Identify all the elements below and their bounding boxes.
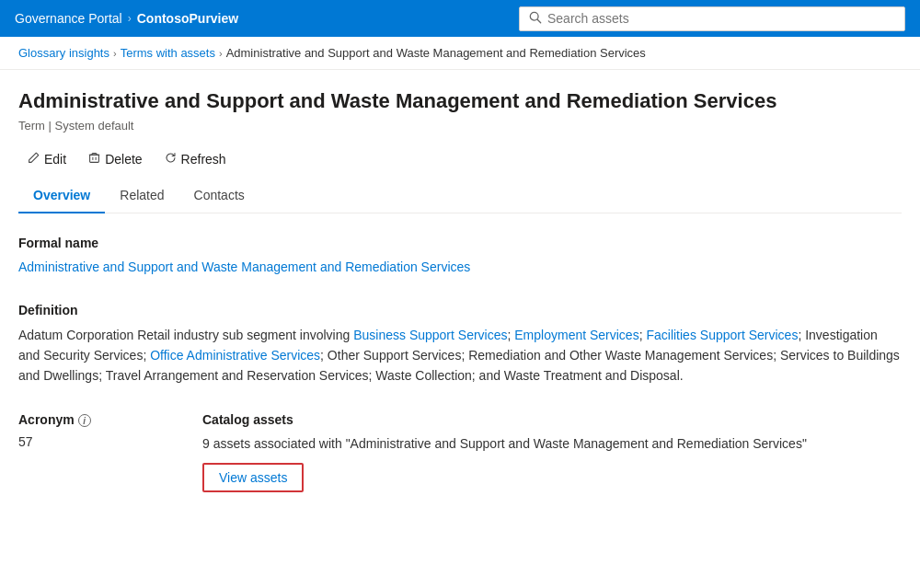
breadcrumb-current: Administrative and Support and Waste Man… — [226, 46, 646, 60]
two-col-section: Acronymi 57 Catalog assets 9 assets asso… — [18, 412, 902, 492]
breadcrumb-sep-1: › — [113, 48, 117, 59]
definition-label: Definition — [18, 303, 902, 317]
page-title: Administrative and Support and Waste Man… — [18, 88, 902, 115]
formal-name-value: Administrative and Support and Waste Man… — [18, 258, 902, 277]
search-bar[interactable] — [519, 6, 905, 31]
refresh-label: Refresh — [181, 152, 226, 167]
office-admin-link[interactable]: Office Administrative Services — [150, 348, 320, 363]
breadcrumb-sep-2: › — [219, 48, 223, 59]
search-input[interactable] — [547, 11, 895, 26]
delete-icon — [88, 152, 100, 167]
breadcrumb-glossary-insights[interactable]: Glossary insights — [18, 46, 109, 60]
portal-label: Governance Portal — [15, 11, 122, 26]
edit-button[interactable]: Edit — [18, 147, 75, 171]
tab-overview[interactable]: Overview — [18, 179, 105, 213]
nav-brand: Governance Portal › ContosoPurview — [15, 11, 238, 26]
acronym-info-icon: i — [78, 414, 91, 427]
breadcrumb-terms-with-assets[interactable]: Terms with assets — [121, 46, 215, 60]
breadcrumb: Glossary insights › Terms with assets › … — [0, 37, 920, 70]
toolbar: Edit Delete Refresh — [18, 147, 902, 171]
brand-name: ContosoPurview — [137, 11, 238, 26]
employment-services-link[interactable]: Employment Services — [514, 328, 638, 342]
tab-contacts[interactable]: Contacts — [179, 179, 259, 213]
definition-text: Adatum Corporation Retail industry sub s… — [18, 325, 902, 386]
refresh-button[interactable]: Refresh — [155, 147, 236, 171]
page-content: Administrative and Support and Waste Man… — [0, 70, 920, 511]
acronym-label: Acronymi — [18, 412, 147, 428]
catalog-assets-text: 9 assets associated with "Administrative… — [202, 434, 902, 454]
delete-button[interactable]: Delete — [79, 147, 151, 171]
tabs: Overview Related Contacts — [18, 179, 902, 213]
top-navigation: Governance Portal › ContosoPurview — [0, 0, 920, 37]
business-support-link[interactable]: Business Support Services — [353, 328, 507, 342]
view-assets-button[interactable]: View assets — [202, 463, 304, 492]
svg-line-1 — [537, 19, 541, 23]
search-icon — [529, 11, 542, 27]
edit-label: Edit — [44, 152, 66, 167]
acronym-section: Acronymi 57 — [18, 412, 147, 492]
catalog-assets-label: Catalog assets — [202, 412, 902, 427]
facilities-link[interactable]: Facilities Support Services — [646, 328, 798, 342]
acronym-value: 57 — [18, 434, 147, 449]
overview-section: Formal name Administrative and Support a… — [18, 213, 902, 492]
edit-icon — [28, 152, 40, 167]
tab-related[interactable]: Related — [105, 179, 178, 213]
nav-chevron: › — [128, 12, 132, 25]
catalog-assets-section: Catalog assets 9 assets associated with … — [202, 412, 902, 492]
delete-label: Delete — [105, 152, 142, 167]
page-subtitle: Term | System default — [18, 119, 902, 133]
refresh-icon — [165, 152, 177, 167]
formal-name-label: Formal name — [18, 236, 902, 250]
svg-rect-2 — [90, 155, 99, 162]
